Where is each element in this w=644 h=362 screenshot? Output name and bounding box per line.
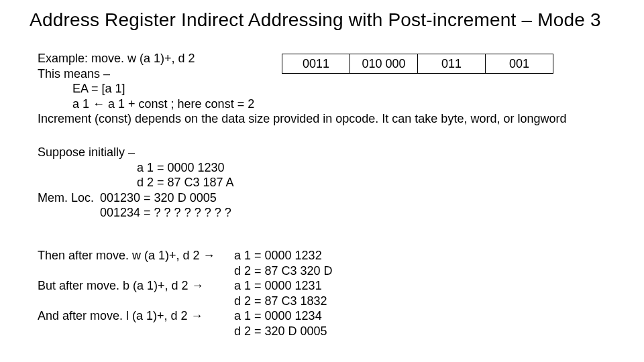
opcode-cell-4: 001 [486, 54, 553, 74]
initial-d2: d 2 = 87 C3 187 A [38, 175, 234, 190]
after-row-b: But after move. b (a 1)+, d 2 → a 1 = 00… [38, 278, 333, 308]
table-row: 0011 010 000 011 001 [282, 54, 553, 74]
after-b-d2: d 2 = 87 C3 1832 [234, 294, 327, 308]
example-inc: a 1 ← a 1 + const ; here const = 2 [38, 97, 614, 112]
opcode-cell-2: 010 000 [350, 54, 418, 74]
after-andl: And after move. l (a 1)+, d 2 → [38, 308, 231, 324]
after-row-w: Then after move. w (a 1)+, d 2 → a 1 = 0… [38, 248, 333, 278]
after-b-a1: a 1 = 0000 1231 [234, 279, 322, 292]
after-l-d2: d 2 = 320 D 0005 [234, 324, 327, 338]
slide-root: Address Register Indirect Addressing wit… [0, 0, 644, 362]
after-l-a1: a 1 = 0000 1234 [234, 309, 322, 322]
initial-block: Suppose initially – a 1 = 0000 1230 d 2 … [38, 145, 234, 221]
opcode-cell-3: 011 [418, 54, 486, 74]
mem-loc-label: Mem. Loc. [38, 190, 97, 206]
after-w-a1: a 1 = 0000 1232 [234, 249, 322, 262]
example-ea: EA = [a 1] [38, 81, 614, 97]
after-w-d2: d 2 = 87 C3 320 D [234, 264, 333, 278]
example-desc: Increment (const) depends on the data si… [38, 111, 614, 127]
initial-mem1-row: Mem. Loc. 001230 = 320 D 0005 [38, 190, 234, 206]
initial-a1: a 1 = 0000 1230 [38, 160, 234, 176]
initial-mem2: 001234 = ? ? ? ? ? ? ? ? [100, 206, 231, 219]
opcode-cell-1: 0011 [282, 54, 350, 74]
after-butb: But after move. b (a 1)+, d 2 → [38, 278, 231, 294]
initial-mem2-row: 001234 = ? ? ? ? ? ? ? ? [38, 205, 234, 221]
initial-mem1: 001230 = 320 D 0005 [100, 191, 217, 204]
initial-header: Suppose initially – [38, 145, 234, 160]
opcode-table: 0011 010 000 011 001 [282, 54, 553, 74]
after-thenw: Then after move. w (a 1)+, d 2 → [38, 248, 231, 263]
page-title: Address Register Indirect Addressing wit… [30, 9, 601, 31]
after-row-l: And after move. l (a 1)+, d 2 → a 1 = 00… [38, 308, 333, 339]
after-block: Then after move. w (a 1)+, d 2 → a 1 = 0… [38, 248, 333, 339]
